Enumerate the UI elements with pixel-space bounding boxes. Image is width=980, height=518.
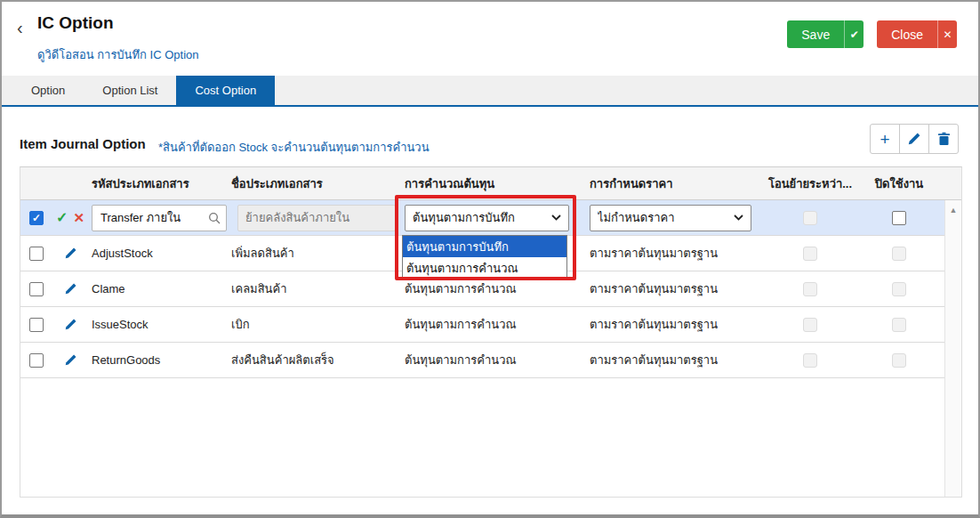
save-button[interactable]: Save ✔ [787, 20, 864, 48]
delete-row-button[interactable] [928, 124, 959, 154]
grid-toolbar: + [870, 124, 959, 154]
cell-doc-code: ReturnGoods [88, 353, 229, 367]
doc-name-input-readonly [237, 205, 396, 231]
row-checkbox[interactable] [29, 353, 44, 368]
back-icon[interactable]: ‹ [17, 19, 23, 36]
close-button[interactable]: Close ✕ [877, 20, 957, 48]
disable-checkbox-disabled [892, 318, 906, 332]
row-checkbox[interactable] [29, 318, 44, 332]
tab-option-list[interactable]: Option List [84, 76, 176, 105]
tab-option[interactable]: Option [12, 76, 84, 105]
pencil-icon[interactable] [64, 282, 77, 295]
item-journal-table: รหัสประเภทเอกสาร ชื่อประเภทเอกสาร การคำน… [20, 166, 962, 498]
vertical-scrollbar[interactable]: ▲ [944, 200, 961, 497]
disable-checkbox-disabled [892, 247, 906, 261]
scroll-up-icon[interactable]: ▲ [945, 206, 961, 214]
confirm-icon[interactable]: ✓ [56, 209, 68, 226]
save-check-icon[interactable]: ✔ [844, 20, 864, 48]
row-checkbox-checked[interactable]: ✓ [29, 211, 44, 225]
pencil-icon [907, 132, 921, 146]
cell-pricing: ตามราคาต้นทุนมาตรฐาน [588, 279, 766, 298]
header-pricing: การกำหนดราคา [588, 174, 766, 193]
cell-cost-calc: ต้นทุนตามการคำนวณ [403, 315, 588, 334]
dropdown-option-record-cost[interactable]: ต้นทุนตามการบันทึก [403, 236, 566, 257]
cancel-icon[interactable]: ✕ [73, 210, 84, 226]
cost-calc-select[interactable]: ต้นทุนตามการบันทึก [405, 205, 569, 231]
cell-doc-code: AdjustStock [88, 247, 229, 260]
add-row-button[interactable]: + [870, 124, 900, 154]
close-button-label[interactable]: Close [877, 20, 937, 48]
chevron-down-icon [734, 214, 743, 221]
cell-cost-calc: ต้นทุนตามการคำนวณ [403, 279, 588, 298]
header-doc-name: ชื่อประเภทเอกสาร [229, 174, 403, 193]
pricing-select-value: ไม่กำหนดราคา [598, 208, 734, 227]
cell-doc-name: เคลมสินค้า [229, 279, 403, 298]
table-header-row: รหัสประเภทเอกสาร ชื่อประเภทเอกสาร การคำน… [20, 167, 961, 200]
cell-pricing: ตามราคาต้นทุนมาตรฐาน [588, 244, 766, 263]
app-header: ‹ IC Option ดูวิดีโอสอน การบันทึก IC Opt… [2, 2, 978, 76]
cell-cost-calc: ต้นทุนตามการคำนวณ [403, 351, 588, 369]
row-checkbox[interactable] [29, 247, 44, 261]
doc-code-lookup-field[interactable] [92, 205, 227, 231]
edit-row-button[interactable] [899, 124, 929, 154]
cell-doc-name: เบิก [229, 315, 403, 334]
video-tutorial-link[interactable]: ดูวิดีโอสอน การบันทึก IC Option [37, 45, 198, 64]
cell-pricing: ตามราคาต้นทุนมาตรฐาน [588, 315, 766, 334]
header-transfer: โอนย้ายระหว่า... [766, 174, 855, 193]
section-title: Item Journal Option [20, 136, 146, 151]
chevron-down-icon [551, 214, 561, 221]
disable-checkbox[interactable] [892, 211, 906, 225]
tabbar: Option Option List Cost Option [2, 76, 978, 107]
transfer-checkbox-disabled [803, 353, 817, 368]
transfer-checkbox-disabled [803, 211, 817, 225]
table-row-returngoods: ReturnGoods ส่งคืนสินค้าผลิตเสร็จ ต้นทุน… [20, 343, 944, 378]
dropdown-option-calculated-cost[interactable]: ต้นทุนตามการคำนวณ [403, 257, 566, 279]
disable-checkbox-disabled [892, 353, 906, 368]
close-x-icon[interactable]: ✕ [937, 20, 957, 48]
doc-code-input[interactable] [100, 211, 208, 224]
pricing-select[interactable]: ไม่กำหนดราคา [590, 205, 751, 231]
table-row-edit-transfer: ✓ ✓ ✕ ต้นทุนตามการบันทึก [20, 200, 944, 236]
transfer-checkbox-disabled [803, 282, 817, 296]
tab-cost-option[interactable]: Cost Option [176, 76, 275, 105]
cell-doc-code: Clame [88, 282, 229, 295]
search-icon[interactable] [208, 212, 221, 224]
header-doc-code: รหัสประเภทเอกสาร [88, 174, 229, 193]
cell-pricing: ตามราคาต้นทุนมาตรฐาน [588, 351, 766, 369]
transfer-checkbox-disabled [803, 318, 817, 332]
cost-calc-dropdown-list: ต้นทุนตามการบันทึก ต้นทุนตามการคำนวณ [402, 235, 567, 279]
pencil-icon[interactable] [64, 247, 77, 260]
transfer-checkbox-disabled [803, 247, 817, 261]
header-disable: ปิดใช้งาน [855, 174, 944, 193]
section-note: *สินค้าที่ตัดออก Stock จะคำนวนต้นทุนตามก… [158, 138, 430, 157]
header-buttons: Save ✔ Close ✕ [787, 20, 957, 48]
save-button-label[interactable]: Save [787, 20, 844, 48]
row-checkbox[interactable] [29, 282, 44, 296]
page-title: IC Option [37, 13, 113, 33]
pencil-icon[interactable] [64, 353, 77, 367]
cost-calc-select-value: ต้นทุนตามการบันทึก [413, 208, 551, 227]
trash-icon [937, 132, 951, 146]
cell-doc-name: ส่งคืนสินค้าผลิตเสร็จ [229, 351, 403, 369]
table-row-issuestock: IssueStock เบิก ต้นทุนตามการคำนวณ ตามราค… [20, 307, 944, 343]
disable-checkbox-disabled [892, 282, 906, 296]
cell-doc-code: IssueStock [88, 318, 229, 331]
ic-option-window: ‹ IC Option ดูวิดีโอสอน การบันทึก IC Opt… [0, 0, 980, 518]
pencil-icon[interactable] [64, 318, 77, 331]
plus-icon: + [880, 131, 889, 148]
header-cost-calc: การคำนวณต้นทุน [403, 174, 588, 193]
cell-doc-name: เพิ่มลดสินค้า [229, 244, 403, 263]
